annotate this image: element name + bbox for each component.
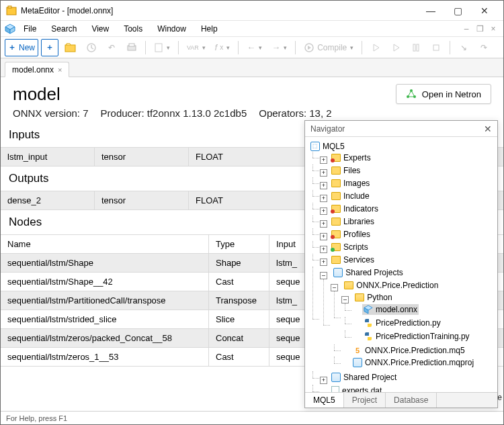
save-button bbox=[83, 39, 100, 56]
menu-search[interactable]: Search bbox=[44, 22, 83, 36]
expand-icon[interactable]: + bbox=[320, 156, 327, 164]
tree-folder-include[interactable]: Include bbox=[330, 191, 371, 201]
navigator-panel: Navigator ✕ ⬚ MQL5 +Experts+Files+Images… bbox=[304, 120, 498, 408]
expand-icon[interactable]: + bbox=[320, 195, 327, 202]
folder-icon bbox=[355, 293, 364, 301]
netron-icon bbox=[406, 89, 417, 99]
tab-model-onnx[interactable]: model.onnx × bbox=[5, 62, 69, 77]
status-bar: For Help, press F1 bbox=[1, 411, 503, 424]
node-name: sequential/lstm/Shape bbox=[1, 254, 209, 272]
close-button[interactable]: ✕ bbox=[471, 1, 498, 20]
menu-file[interactable]: File bbox=[17, 22, 43, 36]
tab-label: model.onnx bbox=[12, 65, 54, 75]
tree-file-mqproj[interactable]: ONNX.Price.Prediction.mqproj bbox=[351, 357, 475, 368]
menu-tools[interactable]: Tools bbox=[117, 22, 149, 36]
new-button[interactable]: ＋New bbox=[5, 39, 38, 56]
tree-onnx-project[interactable]: ONNX.Price.Prediction bbox=[343, 280, 439, 291]
tab-close-icon[interactable]: × bbox=[58, 66, 62, 74]
node-name: sequential/lstm/PartitionedCall/transpos… bbox=[1, 291, 209, 310]
tree-file-prediction-py[interactable]: PricePrediction.py bbox=[362, 318, 442, 328]
debug-step-button bbox=[387, 39, 405, 56]
expand-icon[interactable]: – bbox=[320, 272, 327, 279]
tree-folder-libraries[interactable]: Libraries bbox=[330, 216, 376, 227]
folder-open-icon bbox=[65, 42, 77, 53]
tree-python-folder[interactable]: Python bbox=[353, 292, 393, 303]
folder-icon bbox=[331, 179, 341, 187]
maximize-button[interactable]: ▢ bbox=[444, 1, 471, 20]
tree-shared-project[interactable]: Shared Project bbox=[330, 372, 398, 383]
printer-icon bbox=[126, 43, 137, 52]
folder-icon bbox=[331, 230, 341, 238]
expand-icon[interactable]: – bbox=[331, 284, 338, 291]
projects-icon bbox=[333, 268, 343, 277]
node-name: sequential/lstm/zeros/packed_Concat__58 bbox=[1, 329, 209, 347]
open-in-netron-button[interactable]: Open in Netron bbox=[396, 84, 491, 104]
project-file-icon bbox=[353, 358, 362, 367]
nav-tab-mql5[interactable]: MQL5 bbox=[305, 393, 344, 408]
onnx-icon bbox=[364, 305, 373, 314]
python-icon bbox=[364, 318, 373, 328]
fx-button: fx▾ bbox=[212, 39, 233, 56]
tree-root-mql5[interactable]: ⬚ MQL5 bbox=[309, 141, 346, 152]
nav-tab-project[interactable]: Project bbox=[344, 393, 386, 408]
tree-file-model-onnx[interactable]: model.onnx bbox=[362, 304, 419, 315]
folder-icon bbox=[344, 281, 353, 289]
projects-icon bbox=[331, 373, 341, 382]
navigator-tabs: MQL5 Project Database bbox=[305, 392, 497, 408]
window-title: MetaEditor - [model.onnx] bbox=[21, 6, 113, 15]
page-title: model bbox=[13, 84, 332, 105]
new-file-button[interactable]: ＋ bbox=[41, 39, 58, 56]
navigator-title: Navigator bbox=[310, 124, 345, 134]
expand-icon[interactable]: + bbox=[320, 246, 327, 253]
open-button[interactable] bbox=[61, 39, 80, 56]
tree-folder-experts[interactable]: Experts bbox=[330, 152, 372, 163]
minimize-button[interactable]: — bbox=[417, 1, 444, 20]
expand-icon[interactable]: + bbox=[320, 169, 327, 177]
compile-button: Compile▾ bbox=[300, 39, 357, 56]
navigator-close-icon[interactable]: ✕ bbox=[484, 124, 492, 134]
tree-folder-scripts[interactable]: Scripts bbox=[330, 242, 370, 252]
node-type: Concat bbox=[209, 329, 269, 347]
python-icon bbox=[364, 332, 373, 341]
col-name: Name bbox=[1, 235, 209, 253]
expand-icon[interactable]: + bbox=[320, 220, 327, 228]
expand-icon[interactable]: + bbox=[320, 233, 327, 240]
expand-icon[interactable]: + bbox=[320, 182, 327, 189]
model-meta: ONNX version: 7 Producer: tf2onnx 1.13.0… bbox=[13, 107, 332, 119]
tree-file-training-py[interactable]: PricePredictionTraining.py bbox=[362, 331, 471, 342]
mdi-close-icon[interactable]: × bbox=[487, 23, 499, 35]
tree-experts-dat[interactable]: experts.dat bbox=[330, 385, 383, 393]
menu-help[interactable]: Help bbox=[194, 22, 224, 36]
svg-rect-0 bbox=[7, 7, 16, 15]
stop-icon bbox=[431, 43, 441, 52]
expand-icon[interactable]: + bbox=[320, 207, 327, 215]
menu-view[interactable]: View bbox=[85, 22, 116, 36]
step-over-button: ↷ bbox=[475, 39, 493, 56]
undo-button: ↶ bbox=[103, 39, 120, 56]
svg-marker-12 bbox=[374, 44, 379, 51]
expand-icon[interactable]: – bbox=[341, 296, 349, 303]
input-kind: tensor bbox=[95, 148, 189, 166]
mdi-minimize-icon[interactable]: – bbox=[460, 23, 472, 35]
mq5-icon: 5 bbox=[353, 346, 362, 355]
tree-folder-files[interactable]: Files bbox=[330, 165, 362, 176]
expand-icon[interactable]: + bbox=[320, 377, 327, 384]
tree-folder-profiles[interactable]: Profiles bbox=[330, 229, 372, 240]
paste-button: ▾ bbox=[151, 39, 173, 56]
pause-icon bbox=[411, 43, 421, 52]
tree-folder-indicators[interactable]: Indicators bbox=[330, 203, 380, 214]
navigator-tree[interactable]: ⬚ MQL5 +Experts+Files+Images+Include+Ind… bbox=[305, 137, 497, 392]
expand-icon[interactable]: + bbox=[320, 258, 327, 266]
nav-tab-database[interactable]: Database bbox=[386, 393, 437, 408]
mdi-restore-icon[interactable]: ❐ bbox=[474, 23, 486, 35]
debug-play-button bbox=[367, 39, 384, 56]
folder-icon bbox=[331, 218, 341, 226]
menu-window[interactable]: Window bbox=[151, 22, 193, 36]
tree-shared-projects[interactable]: Shared Projects bbox=[332, 267, 404, 278]
tree-folder-images[interactable]: Images bbox=[330, 178, 371, 189]
node-type: Transpose bbox=[209, 291, 269, 310]
tree-folder-services[interactable]: Services bbox=[330, 254, 376, 265]
input-name: lstm_input bbox=[1, 148, 95, 166]
svg-rect-16 bbox=[433, 45, 439, 50]
tree-file-mq5[interactable]: 5ONNX.Price.Prediction.mq5 bbox=[351, 345, 466, 356]
